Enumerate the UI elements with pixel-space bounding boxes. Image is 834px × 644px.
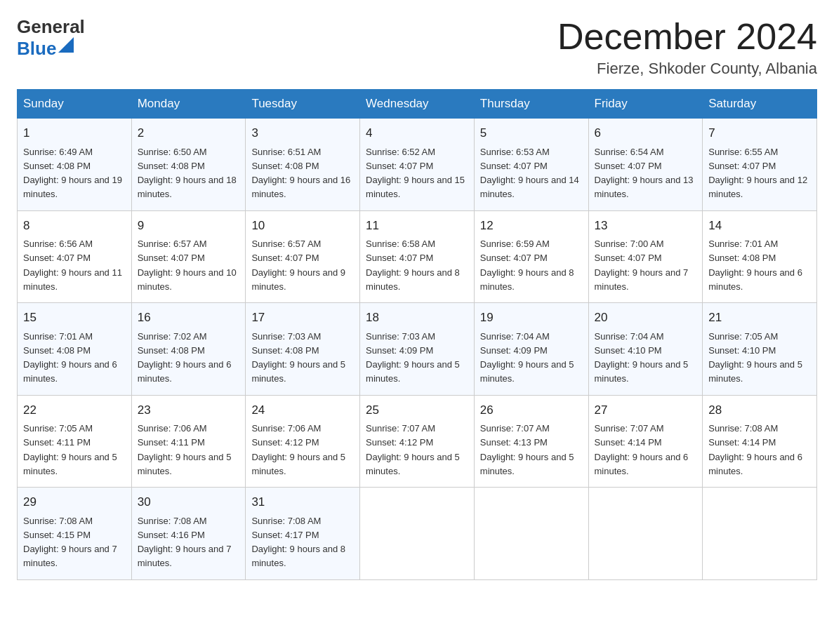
day-number: 5	[480, 124, 583, 142]
weekday-header-monday: Monday	[131, 90, 246, 119]
calendar-cell: 11Sunrise: 6:58 AMSunset: 4:07 PMDayligh…	[360, 210, 475, 303]
calendar-cell: 5Sunrise: 6:53 AMSunset: 4:07 PMDaylight…	[474, 119, 588, 211]
calendar-cell: 31Sunrise: 7:08 AMSunset: 4:17 PMDayligh…	[246, 488, 360, 580]
calendar-cell: 26Sunrise: 7:07 AMSunset: 4:13 PMDayligh…	[474, 395, 588, 488]
day-info: Sunrise: 7:08 AMSunset: 4:17 PMDaylight:…	[251, 516, 345, 569]
day-number: 23	[138, 401, 240, 420]
day-info: Sunrise: 7:04 AMSunset: 4:10 PMDaylight:…	[595, 331, 689, 384]
calendar-cell: 19Sunrise: 7:04 AMSunset: 4:09 PMDayligh…	[474, 303, 588, 396]
day-info: Sunrise: 6:49 AMSunset: 4:08 PMDaylight:…	[23, 147, 122, 200]
day-info: Sunrise: 7:01 AMSunset: 4:08 PMDaylight:…	[708, 239, 802, 292]
day-number: 24	[251, 401, 354, 420]
calendar-header: SundayMondayTuesdayWednesdayThursdayFrid…	[18, 90, 817, 119]
calendar-cell	[703, 488, 817, 580]
weekday-row: SundayMondayTuesdayWednesdayThursdayFrid…	[18, 90, 817, 119]
calendar-cell: 14Sunrise: 7:01 AMSunset: 4:08 PMDayligh…	[703, 210, 817, 303]
day-info: Sunrise: 6:50 AMSunset: 4:08 PMDaylight:…	[138, 147, 237, 200]
day-info: Sunrise: 7:08 AMSunset: 4:14 PMDaylight:…	[708, 423, 802, 476]
calendar-week-row: 29Sunrise: 7:08 AMSunset: 4:15 PMDayligh…	[18, 488, 817, 580]
day-info: Sunrise: 6:53 AMSunset: 4:07 PMDaylight:…	[480, 147, 579, 200]
calendar-cell: 16Sunrise: 7:02 AMSunset: 4:08 PMDayligh…	[131, 303, 246, 396]
calendar-cell	[474, 488, 588, 580]
day-info: Sunrise: 7:07 AMSunset: 4:12 PMDaylight:…	[366, 423, 460, 476]
day-number: 14	[708, 217, 811, 235]
calendar-cell: 3Sunrise: 6:51 AMSunset: 4:08 PMDaylight…	[246, 119, 360, 211]
calendar-body: 1Sunrise: 6:49 AMSunset: 4:08 PMDaylight…	[18, 119, 817, 580]
day-info: Sunrise: 7:05 AMSunset: 4:11 PMDaylight:…	[23, 423, 117, 476]
day-number: 2	[138, 124, 240, 142]
calendar-cell: 18Sunrise: 7:03 AMSunset: 4:09 PMDayligh…	[360, 303, 475, 396]
weekday-header-sunday: Sunday	[18, 90, 132, 119]
day-info: Sunrise: 7:05 AMSunset: 4:10 PMDaylight:…	[708, 331, 802, 384]
calendar-cell: 13Sunrise: 7:00 AMSunset: 4:07 PMDayligh…	[588, 210, 703, 303]
calendar-cell: 20Sunrise: 7:04 AMSunset: 4:10 PMDayligh…	[588, 303, 703, 396]
page-header: General Blue December 2024 Fierze, Shkod…	[17, 17, 817, 78]
calendar-table: SundayMondayTuesdayWednesdayThursdayFrid…	[17, 89, 817, 580]
calendar-week-row: 15Sunrise: 7:01 AMSunset: 4:08 PMDayligh…	[18, 303, 817, 396]
calendar-cell: 12Sunrise: 6:59 AMSunset: 4:07 PMDayligh…	[474, 210, 588, 303]
day-number: 9	[138, 217, 240, 235]
day-number: 27	[595, 401, 697, 420]
calendar-cell: 27Sunrise: 7:07 AMSunset: 4:14 PMDayligh…	[588, 395, 703, 488]
day-number: 11	[366, 217, 468, 235]
day-number: 16	[138, 309, 240, 327]
day-number: 13	[595, 217, 697, 235]
day-number: 6	[595, 124, 697, 142]
calendar-cell: 17Sunrise: 7:03 AMSunset: 4:08 PMDayligh…	[246, 303, 360, 396]
day-number: 28	[708, 401, 811, 420]
logo-blue-text: Blue	[17, 39, 56, 59]
calendar-cell	[360, 488, 475, 580]
logo-text: General Blue	[17, 17, 85, 58]
calendar-cell: 9Sunrise: 6:57 AMSunset: 4:07 PMDaylight…	[131, 210, 246, 303]
day-number: 22	[23, 401, 126, 420]
day-info: Sunrise: 6:54 AMSunset: 4:07 PMDaylight:…	[595, 147, 694, 200]
weekday-header-wednesday: Wednesday	[360, 90, 475, 119]
day-info: Sunrise: 6:58 AMSunset: 4:07 PMDaylight:…	[366, 239, 460, 292]
day-number: 10	[251, 217, 354, 235]
day-number: 12	[480, 217, 583, 235]
day-number: 25	[366, 401, 468, 420]
day-info: Sunrise: 7:00 AMSunset: 4:07 PMDaylight:…	[595, 239, 689, 292]
calendar-week-row: 22Sunrise: 7:05 AMSunset: 4:11 PMDayligh…	[18, 395, 817, 488]
weekday-header-thursday: Thursday	[474, 90, 588, 119]
day-number: 21	[708, 309, 811, 327]
weekday-header-saturday: Saturday	[703, 90, 817, 119]
logo-general-text: General	[17, 17, 85, 37]
calendar-cell: 28Sunrise: 7:08 AMSunset: 4:14 PMDayligh…	[703, 395, 817, 488]
day-info: Sunrise: 7:08 AMSunset: 4:15 PMDaylight:…	[23, 516, 117, 569]
logo-triangle-icon	[58, 37, 74, 53]
day-number: 1	[23, 124, 126, 142]
calendar-cell: 24Sunrise: 7:06 AMSunset: 4:12 PMDayligh…	[246, 395, 360, 488]
day-number: 26	[480, 401, 583, 420]
day-number: 31	[251, 493, 354, 511]
calendar-cell: 10Sunrise: 6:57 AMSunset: 4:07 PMDayligh…	[246, 210, 360, 303]
month-title: December 2024	[557, 17, 817, 57]
calendar-cell: 4Sunrise: 6:52 AMSunset: 4:07 PMDaylight…	[360, 119, 475, 211]
day-info: Sunrise: 7:03 AMSunset: 4:08 PMDaylight:…	[251, 331, 345, 384]
day-info: Sunrise: 7:07 AMSunset: 4:14 PMDaylight:…	[595, 423, 689, 476]
calendar-cell: 1Sunrise: 6:49 AMSunset: 4:08 PMDaylight…	[18, 119, 132, 211]
calendar-cell: 25Sunrise: 7:07 AMSunset: 4:12 PMDayligh…	[360, 395, 475, 488]
location-subtitle: Fierze, Shkoder County, Albania	[557, 60, 817, 78]
calendar-cell: 7Sunrise: 6:55 AMSunset: 4:07 PMDaylight…	[703, 119, 817, 211]
day-number: 7	[708, 124, 811, 142]
day-info: Sunrise: 7:01 AMSunset: 4:08 PMDaylight:…	[23, 331, 117, 384]
day-info: Sunrise: 7:04 AMSunset: 4:09 PMDaylight:…	[480, 331, 574, 384]
day-number: 17	[251, 309, 354, 327]
day-info: Sunrise: 7:07 AMSunset: 4:13 PMDaylight:…	[480, 423, 574, 476]
calendar-cell: 30Sunrise: 7:08 AMSunset: 4:16 PMDayligh…	[131, 488, 246, 580]
day-info: Sunrise: 6:57 AMSunset: 4:07 PMDaylight:…	[251, 239, 345, 292]
calendar-week-row: 8Sunrise: 6:56 AMSunset: 4:07 PMDaylight…	[18, 210, 817, 303]
day-number: 29	[23, 493, 126, 511]
calendar-cell: 15Sunrise: 7:01 AMSunset: 4:08 PMDayligh…	[18, 303, 132, 396]
weekday-header-friday: Friday	[588, 90, 703, 119]
day-info: Sunrise: 7:06 AMSunset: 4:12 PMDaylight:…	[251, 423, 345, 476]
day-number: 4	[366, 124, 468, 142]
day-info: Sunrise: 6:57 AMSunset: 4:07 PMDaylight:…	[138, 239, 237, 292]
day-number: 20	[595, 309, 697, 327]
day-number: 19	[480, 309, 583, 327]
svg-marker-0	[58, 37, 74, 53]
day-info: Sunrise: 6:55 AMSunset: 4:07 PMDaylight:…	[708, 147, 807, 200]
day-number: 18	[366, 309, 468, 327]
calendar-cell: 21Sunrise: 7:05 AMSunset: 4:10 PMDayligh…	[703, 303, 817, 396]
